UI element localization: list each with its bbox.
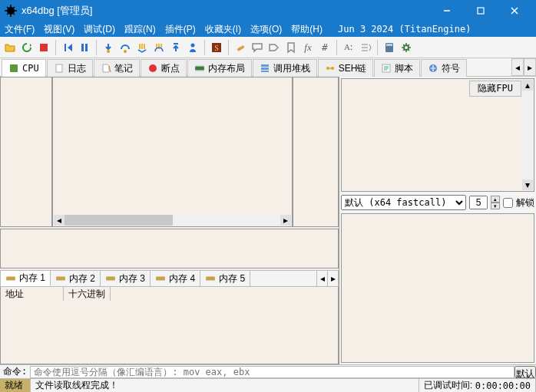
scroll-up-icon[interactable]: ▴ — [522, 80, 533, 91]
status-bar: 就绪 文件读取线程完成！ 已调试时间: 0:00:00:00 — [0, 378, 536, 392]
menu-options[interactable]: 选项(O) — [250, 23, 282, 36]
svg-rect-30 — [206, 277, 215, 281]
menu-view[interactable]: 视图(V) — [44, 23, 74, 36]
tab-notes[interactable]: 笔记 — [94, 59, 140, 77]
memory-tab-3[interactable]: 内存 3 — [101, 271, 151, 286]
menu-file[interactable]: 文件(F) — [5, 23, 35, 36]
svg-point-22 — [326, 67, 329, 70]
maximize-button[interactable] — [464, 0, 498, 21]
svg-rect-19 — [261, 64, 269, 67]
menu-debug[interactable]: 调试(D) — [84, 23, 115, 36]
command-mode-button[interactable]: 默认 — [514, 366, 536, 378]
minimize-button[interactable] — [430, 0, 464, 21]
bookmarks-icon[interactable] — [284, 41, 298, 54]
disasm-info-pane — [293, 77, 339, 227]
calls-icon[interactable] — [359, 41, 372, 54]
command-label: 命令: — [0, 365, 30, 378]
svg-rect-3 — [81, 44, 84, 51]
strings-icon[interactable]: Aː — [342, 41, 356, 54]
svg-rect-16 — [56, 64, 62, 72]
stack-pane[interactable] — [341, 213, 534, 363]
argcount-down[interactable]: ▾ — [491, 203, 500, 209]
svg-rect-13 — [386, 44, 392, 46]
variables-icon[interactable]: # — [318, 41, 332, 54]
menu-trace[interactable]: 跟踪(N) — [124, 23, 156, 36]
memhdr-address[interactable]: 地址 — [1, 287, 64, 301]
tab-script[interactable]: 脚本 — [374, 59, 420, 77]
scylla-icon[interactable]: S — [210, 41, 223, 54]
svg-rect-2 — [40, 44, 48, 51]
calculator-icon[interactable] — [382, 41, 396, 54]
labels-icon[interactable] — [267, 41, 281, 54]
svg-rect-27 — [56, 277, 65, 281]
tab-breakpoints[interactable]: 断点 — [141, 59, 187, 77]
hide-fpu-button[interactable]: 隐藏FPU — [469, 81, 521, 97]
calling-convention-select[interactable]: 默认 (x64 fastcall) — [341, 195, 466, 210]
tab-scroll-left[interactable]: ◂ — [511, 58, 524, 76]
scroll-left-icon[interactable]: ◂ — [54, 215, 65, 226]
memory-tab-bar: 内存 1 内存 2 内存 3 内存 4 内存 5 ◂▸ — [0, 270, 339, 287]
unlock-label: 解锁 — [516, 196, 534, 209]
trace-over-icon[interactable] — [152, 41, 166, 54]
menu-bar: 文件(F) 视图(V) 调试(D) 跟踪(N) 插件(P) 收藏夹(I) 选项(… — [0, 21, 536, 37]
run-to-return-icon[interactable] — [169, 41, 183, 54]
unlock-checkbox[interactable] — [503, 198, 513, 208]
restart-icon[interactable] — [20, 41, 34, 54]
svg-rect-4 — [85, 44, 88, 51]
step-into-icon[interactable] — [101, 41, 115, 54]
settings-icon[interactable] — [399, 41, 413, 54]
memtab-scroll-left[interactable]: ◂ — [316, 271, 327, 286]
memory-dump-pane[interactable] — [0, 301, 339, 364]
close-button[interactable] — [498, 0, 531, 21]
main-tab-row: CPU 日志 笔记 断点 内存布局 调用堆栈 SEH链 脚本 符号 ◂ ▸ — [0, 58, 536, 77]
tab-symbols[interactable]: 符号 — [421, 59, 467, 77]
run-icon[interactable] — [61, 41, 74, 54]
status-time: 已调试时间: 0:00:00:00 — [419, 379, 536, 392]
scroll-down-icon[interactable]: ▾ — [522, 180, 533, 190]
tab-memory-map[interactable]: 内存布局 — [187, 59, 252, 77]
tab-seh[interactable]: SEH链 — [318, 59, 374, 77]
menu-plugins[interactable]: 插件(P) — [165, 23, 196, 36]
memory-tab-2[interactable]: 内存 2 — [51, 271, 101, 286]
svg-text:S: S — [214, 44, 219, 52]
stop-icon[interactable] — [37, 41, 51, 54]
argcount-up[interactable]: ▴ — [491, 196, 500, 203]
build-info: Jun 3 2024 (TitanEngine) — [338, 24, 471, 35]
argcount-input[interactable] — [469, 196, 488, 209]
tab-cpu[interactable]: CPU — [2, 59, 46, 77]
title-bar: x64dbg [管理员] — [0, 0, 536, 21]
trace-into-icon[interactable] — [135, 41, 149, 54]
disasm-hscroll[interactable]: ◂ ▸ — [54, 215, 291, 226]
calling-convention-row: 默认 (x64 fastcall) ▴▾ 解锁 — [341, 195, 534, 210]
tab-scroll-right[interactable]: ▸ — [524, 58, 536, 76]
svg-rect-18 — [195, 67, 204, 71]
tab-log[interactable]: 日志 — [47, 59, 93, 77]
svg-rect-7 — [174, 43, 178, 44]
hscroll-thumb[interactable] — [65, 215, 173, 226]
tab-call-stack[interactable]: 调用堆栈 — [253, 59, 317, 77]
menu-help[interactable]: 帮助(H) — [291, 23, 323, 36]
registers-pane[interactable]: 隐藏FPU ▴ ▾ — [341, 78, 534, 192]
info-pane — [0, 229, 339, 268]
command-input[interactable] — [30, 366, 514, 378]
functions-icon[interactable]: fx — [301, 41, 315, 54]
memory-tab-1[interactable]: 内存 1 — [1, 271, 51, 286]
scroll-right-icon[interactable]: ▸ — [280, 215, 291, 226]
registers-vscroll[interactable]: ▴ ▾ — [522, 80, 533, 190]
step-over-icon[interactable] — [118, 41, 132, 54]
run-to-user-icon[interactable] — [186, 41, 200, 54]
svg-rect-28 — [106, 277, 115, 281]
menu-favorites[interactable]: 收藏夹(I) — [205, 23, 241, 36]
memtab-scroll-right[interactable]: ▸ — [327, 271, 338, 286]
patches-icon[interactable] — [233, 41, 247, 54]
svg-rect-26 — [6, 276, 15, 280]
disasm-main-pane[interactable]: ◂ ▸ — [52, 77, 293, 227]
memory-tab-5[interactable]: 内存 5 — [200, 271, 250, 286]
open-icon[interactable] — [3, 41, 17, 54]
svg-rect-21 — [261, 71, 269, 72]
memhdr-hex[interactable]: 十六进制 — [64, 287, 111, 301]
memory-tab-4[interactable]: 内存 4 — [151, 271, 200, 286]
comments-icon[interactable] — [250, 41, 264, 54]
toolbar: S fx # Aː — [0, 37, 536, 58]
pause-icon[interactable] — [78, 41, 91, 54]
